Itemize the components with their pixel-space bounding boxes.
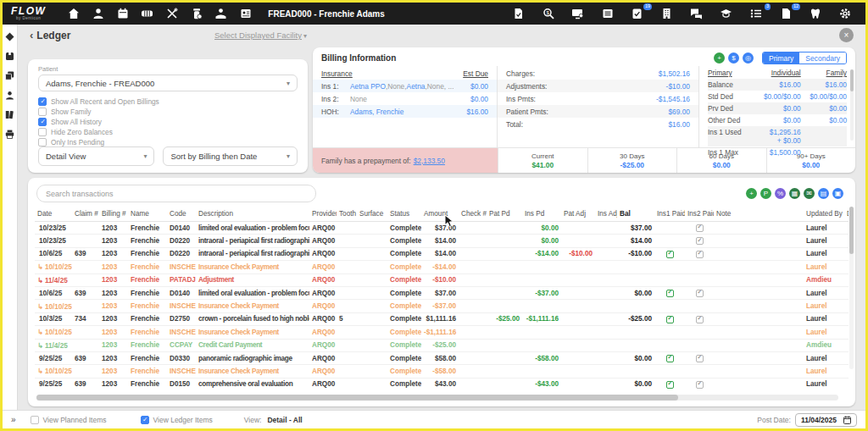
column-header[interactable]: Tooth [337,207,357,222]
table-row[interactable]: 10/6/25 639 1203 Frenchie D0140 limited … [35,286,849,299]
benefits-scrollbar[interactable] [850,69,854,141]
column-header[interactable]: Ins Adj [595,207,617,222]
table-row[interactable]: ↳10/10/25 1203 Frenchie INSCHECI Insuran… [35,300,849,312]
column-header[interactable]: Pat Pd [487,207,522,222]
insurance-plan-link[interactable]: , ... [444,82,454,91]
checkbox[interactable] [38,118,47,126]
back-chevron-icon[interactable]: ‹ [30,29,33,41]
column-header[interactable]: Name [128,207,167,222]
column-header[interactable]: Bal [617,207,654,222]
perio-tooth-icon[interactable] [803,8,827,19]
ins1-paid-checkbox[interactable] [666,355,674,362]
view-planned-items-checkbox-row[interactable]: View Planned Items [31,416,107,424]
filter-checkbox-row[interactable]: Show Family [38,108,298,116]
ins1-paid-checkbox[interactable] [666,316,674,323]
payments-icon[interactable] [209,8,233,19]
ins1-paid-checkbox[interactable] [666,290,674,297]
settings-gear-icon[interactable] [832,8,857,19]
table-row[interactable]: ↳11/4/25 1203 Frenchie CCPAY Credit Card… [35,339,849,351]
tasks-icon[interactable]: 19 [625,8,649,19]
column-header[interactable]: Ins2 Paid [685,207,714,222]
column-header[interactable]: Note [714,207,804,222]
ins2-paid-checkbox[interactable] [696,237,704,245]
email-button[interactable]: ✉ [804,188,815,199]
column-header[interactable]: Amount [421,207,459,222]
checkbox[interactable] [38,108,47,116]
schedule-icon[interactable] [110,8,135,19]
column-header[interactable]: Description [196,207,309,222]
column-header[interactable]: Billing # [99,207,128,222]
home-icon[interactable] [61,8,86,19]
ins1-paid-checkbox[interactable] [666,251,674,258]
add-button[interactable]: + [714,52,725,64]
table-row[interactable]: 10/23/25 1203 Frenchie D0140 limited ora… [35,222,849,235]
close-button[interactable]: × [839,28,854,42]
fee-search-icon[interactable]: $ [536,8,560,19]
column-header[interactable]: Provider [309,207,337,222]
insurance-plan-link[interactable]: Aetna PPO [350,82,386,91]
filter-checkbox-row[interactable]: Hide Zero Balances [38,128,298,136]
column-header[interactable]: Updated By [804,207,844,222]
hoh-link[interactable]: Adams, Frenchie [350,108,403,116]
post-date-input[interactable]: 11/04/2025 [795,413,857,427]
ins2-paid-checkbox[interactable] [696,355,704,362]
ins2-paid-checkbox[interactable] [696,224,704,232]
column-header[interactable]: Di [844,207,849,222]
search-transactions-input[interactable] [36,185,316,202]
table-row[interactable]: 9/25/25 639 1203 Frenchie D0150 comprehe… [35,378,849,390]
sort-select[interactable]: Sort by Billing then Date ▾ [163,146,298,166]
charting-icon[interactable] [135,8,159,19]
view-planned-items-checkbox[interactable] [31,416,39,424]
ins2-paid-checkbox[interactable] [696,251,704,258]
contact-card-icon[interactable] [233,8,258,19]
billing-options-button[interactable]: ◎ [743,52,754,64]
reports-icon[interactable] [595,8,620,19]
select-facility-link[interactable]: Select Displayed Facility▾ [214,30,307,40]
view-ledger-items-checkbox-row[interactable]: View Ledger Items [141,416,213,424]
primary-toggle-button[interactable]: Primary [763,52,799,64]
ledger-icon[interactable] [5,110,14,119]
column-header[interactable]: Surface [357,207,387,222]
print-icon[interactable] [5,130,14,139]
filter-checkbox-row[interactable]: Show All Recent and Open Billings [38,97,298,106]
view-select[interactable]: Detail View ▾ [38,146,154,166]
filter-checkbox-row[interactable]: Show All History [38,118,298,126]
export-excel-button[interactable]: ▦ [789,188,800,199]
vertical-scrollbar[interactable] [849,207,854,369]
prepayment-amount-link[interactable]: $2,133.50 [414,157,445,165]
column-header[interactable]: Code [167,207,196,222]
table-row[interactable]: 9/25/25 639 1203 Frenchie D0330 panorami… [35,351,849,364]
patient-icon[interactable] [5,91,14,100]
prescriptions-icon[interactable] [184,8,209,19]
procedures-icon[interactable] [159,8,184,19]
column-header[interactable]: Status [387,207,421,222]
imaging-icon[interactable] [565,8,590,19]
add-transaction-button[interactable]: + [746,188,757,199]
print-button[interactable]: ▣ [832,188,843,199]
column-header[interactable]: Claim # [72,207,99,222]
table-row[interactable]: ↳11/4/25 1203 Frenchie PATADJ Adjustment… [35,274,849,286]
ins2-paid-checkbox[interactable] [696,290,704,297]
checkbox[interactable] [38,128,47,136]
insurance-plan-link[interactable]: Aetna [407,82,426,91]
column-header[interactable]: Pat Adj [561,207,595,222]
package-icon[interactable] [5,52,14,61]
payment-button[interactable]: P [760,188,771,199]
documents-icon[interactable]: 12 [773,8,798,19]
ins1-paid-checkbox[interactable] [666,381,674,389]
messages-icon[interactable] [684,8,709,19]
collect-payment-button[interactable]: $ [728,52,739,64]
horizontal-scrollbar[interactable] [36,395,838,401]
table-row[interactable]: ↳10/10/25 1203 Frenchie INSCHECI Insuran… [35,365,849,378]
filter-checkbox-row[interactable]: Only Ins Pending [38,138,298,146]
column-header[interactable]: Date [35,207,72,222]
claims-icon[interactable] [506,8,531,19]
office-icon[interactable] [654,8,679,19]
table-row[interactable]: ↳10/10/25 1203 Frenchie INSCHECI Insuran… [35,326,849,339]
checkbox[interactable] [38,138,47,146]
worklist-icon[interactable]: 3 [743,8,768,19]
column-header[interactable]: Ins1 Paid [654,207,685,222]
statement-button[interactable]: ▤ [818,188,829,199]
patient-icon[interactable] [86,8,110,19]
quick-actions-icon[interactable] [5,32,14,41]
